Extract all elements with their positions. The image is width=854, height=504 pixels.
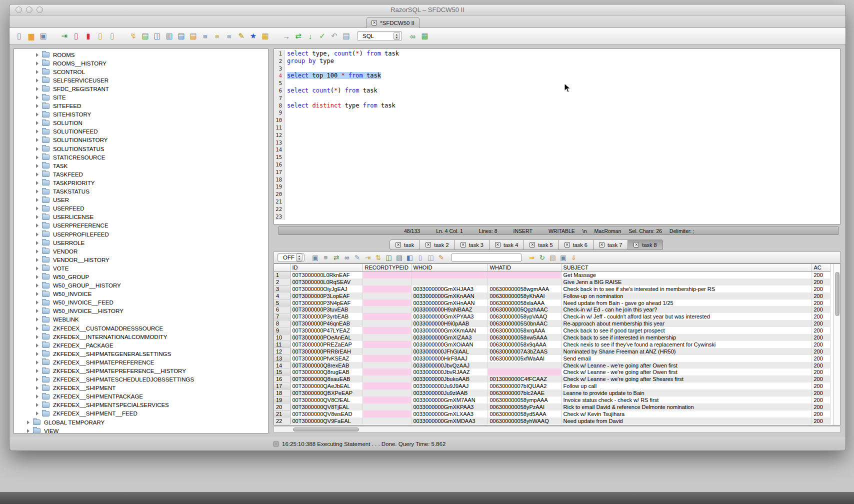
- disclosure-triangle-icon[interactable]: [36, 284, 38, 288]
- tree-item-staticresource[interactable]: STATICRESOURCE: [14, 153, 268, 162]
- result-tab-task[interactable]: ✕task: [390, 240, 420, 250]
- cell-recordtypeid[interactable]: [362, 313, 411, 320]
- tree-item-vendor-history[interactable]: VENDOR__HISTORY: [14, 256, 268, 264]
- tree-item-w50-invoice-history[interactable]: W50_INVOICE__HISTORY: [14, 307, 268, 316]
- disclosure-triangle-icon[interactable]: [36, 198, 38, 202]
- disclosure-triangle-icon[interactable]: [36, 62, 38, 66]
- cell-recordtypeid[interactable]: [362, 396, 411, 404]
- editor-line[interactable]: 22: [274, 206, 840, 213]
- tab-close-icon[interactable]: ✕: [426, 242, 431, 248]
- db-browser-icon[interactable]: ▥: [164, 31, 174, 42]
- tab-close-icon[interactable]: ✕: [460, 242, 466, 248]
- cell-subject[interactable]: Invoice status check - check w/ RS first: [561, 396, 812, 404]
- disclosure-triangle-icon[interactable]: [36, 130, 38, 134]
- tree-item-zkfedex-shipment[interactable]: ZKFEDEX__SHIPMENT: [14, 384, 268, 392]
- tree-item-zkfedex-internationalcommodity[interactable]: ZKFEDEX__INTERNATIONALCOMMODITY: [14, 332, 268, 341]
- disclosure-triangle-icon[interactable]: [36, 309, 38, 313]
- editor-line[interactable]: 19: [274, 183, 840, 190]
- cell-ac[interactable]: 200: [812, 278, 830, 286]
- cell-subject[interactable]: Check w/ Leanne - we're going after Owen…: [561, 362, 812, 369]
- format-lines-icon[interactable]: ≡: [224, 31, 234, 42]
- tree-item-taskpriority[interactable]: TASKPRIORITY: [14, 178, 268, 187]
- cell-whatid[interactable]: 006300000058ympAAA: [488, 396, 561, 404]
- editor-line[interactable]: 3: [274, 65, 840, 72]
- tree-item-rooms-history[interactable]: ROOMS__HISTORY: [14, 59, 268, 68]
- disclosure-triangle-icon[interactable]: [27, 420, 30, 424]
- tree-item-global-temporary[interactable]: GLOBAL TEMPORARY: [14, 418, 268, 426]
- sort-gold-icon[interactable]: ≡: [212, 31, 222, 42]
- editor-line[interactable]: 4select top 100 * from task: [274, 72, 840, 80]
- cell-subject[interactable]: Follow-up on nomination: [561, 292, 812, 300]
- tree-item-zkfedex-shipmategeneralsettings[interactable]: ZKFEDEX__SHIPMATEGENERALSETTINGS: [14, 350, 268, 358]
- sql-mode-select[interactable]: SQL ▴▾: [357, 31, 402, 41]
- cell-id[interactable]: 00T3000000P3N4pEAF: [290, 300, 362, 306]
- cell-whoid[interactable]: 0033000000GmXOiAAN: [411, 341, 488, 348]
- vscrollbar-thumb[interactable]: [835, 272, 840, 316]
- tree-item-sitehistory[interactable]: SITEHISTORY: [14, 110, 268, 119]
- cell-whatid[interactable]: 0013000000C4fFCAAZ: [488, 376, 561, 382]
- tree-item-zkfedex-shipmentpackage[interactable]: ZKFEDEX__SHIPMENTPACKAGE: [14, 392, 268, 401]
- disclosure-triangle-icon[interactable]: [36, 403, 38, 407]
- cell-whoid[interactable]: [411, 278, 488, 286]
- tree-item-site[interactable]: SITE: [14, 93, 268, 102]
- copy-file-icon[interactable]: ▮: [83, 31, 94, 42]
- disclosure-triangle-icon[interactable]: [36, 87, 38, 91]
- copy-rows-icon[interactable]: ▯: [416, 253, 425, 262]
- cell-ac[interactable]: 200: [812, 327, 830, 334]
- cell-whatid[interactable]: 006300000058wgmAAA: [488, 286, 561, 292]
- cell-recordtypeid[interactable]: [362, 334, 411, 341]
- tab-close-icon[interactable]: ✕: [396, 242, 401, 248]
- cell-whatid[interactable]: 006300000058yPzAAI: [488, 404, 561, 410]
- cell-recordtypeid[interactable]: [362, 376, 411, 382]
- refresh-green-icon[interactable]: ⇄: [332, 253, 341, 262]
- cell-whatid[interactable]: 006300000058yhWAAQ: [488, 418, 561, 424]
- cell-recordtypeid[interactable]: [362, 300, 411, 306]
- favorites-star-icon[interactable]: ★: [248, 31, 258, 42]
- result-tab-task-4[interactable]: ✕task 4: [490, 240, 524, 250]
- cell-whoid[interactable]: 0033000000JbukoAAB: [411, 376, 488, 382]
- save-icon[interactable]: ▣: [38, 31, 48, 42]
- cell-subject[interactable]: Leanne to provide update to Bain: [561, 390, 812, 396]
- tree-item-zkfedex-shipmatepreference[interactable]: ZKFEDEX__SHIPMATEPREFERENCE: [14, 358, 268, 366]
- cell-recordtypeid[interactable]: [362, 286, 411, 292]
- cell-subject[interactable]: Check w/ Leanne - we're going after Shea…: [561, 376, 812, 382]
- cell-whatid[interactable]: 006300000058xw5AAA: [488, 334, 561, 341]
- cell-whoid[interactable]: 0033000000GmXM7AAN: [411, 396, 488, 404]
- tree-item-w50-invoice[interactable]: W50_INVOICE: [14, 290, 268, 298]
- edit-pencil-icon[interactable]: ✎: [236, 31, 246, 42]
- cell-id[interactable]: 00T3000000QV9FaEAL: [290, 418, 362, 424]
- paste-rows-icon[interactable]: ◫: [426, 253, 436, 262]
- cell-id[interactable]: 00T3000000P46qnEAB: [290, 320, 362, 327]
- undo-icon[interactable]: ↶: [329, 31, 340, 42]
- cell-subject[interactable]: Nominated by Shane Freeman at ANZ (HR50): [561, 348, 812, 355]
- cell-whoid[interactable]: 0033000000GmXKmAAN: [411, 327, 488, 334]
- column-arrows-icon[interactable]: ⇥: [363, 253, 372, 262]
- tree-item-vendor[interactable]: VENDOR: [14, 247, 268, 256]
- editor-line[interactable]: 23: [274, 213, 840, 220]
- cell-id[interactable]: 00T3000000QV8CfEAL: [290, 396, 362, 404]
- cell-whoid[interactable]: 0033000000JbvQzAAJ: [411, 362, 488, 369]
- cell-whatid[interactable]: [488, 278, 561, 286]
- cell-id[interactable]: 00T3000000L0RknEAF: [290, 272, 362, 278]
- cell-subject[interactable]: Check w/ Leanne - we're going after Owen…: [561, 368, 812, 376]
- cell-whatid[interactable]: 00630000005xfWaAAI: [488, 355, 561, 362]
- tab-close-icon[interactable]: ✕: [530, 242, 535, 248]
- disclosure-triangle-icon[interactable]: [36, 156, 38, 160]
- results-search-input[interactable]: [452, 254, 522, 262]
- disclosure-triangle-icon[interactable]: [36, 104, 38, 108]
- cell-whoid[interactable]: [411, 272, 488, 278]
- table-view-icon[interactable]: ◧: [405, 253, 414, 262]
- disclosure-triangle-icon[interactable]: [36, 369, 38, 373]
- sort-updown-icon[interactable]: ⇅: [374, 253, 383, 262]
- tree-item-solutionstatus[interactable]: SOLUTIONSTATUS: [14, 144, 268, 153]
- cell-subject[interactable]: Check w/ Kevin Tsujihara: [561, 410, 812, 418]
- disclosure-triangle-icon[interactable]: [36, 300, 38, 304]
- cell-whatid[interactable]: 00630000005S0bnAAC: [488, 320, 561, 327]
- cell-whoid[interactable]: 0033000000GmXLXAA3: [411, 410, 488, 418]
- disclosure-triangle-icon[interactable]: [36, 138, 38, 142]
- cell-recordtypeid[interactable]: [362, 292, 411, 300]
- editor-line[interactable]: 11: [274, 124, 840, 132]
- tree-item-user[interactable]: USER: [14, 196, 268, 204]
- cell-whoid[interactable]: 0033000000HirF8AAJ: [411, 355, 488, 362]
- disclosure-triangle-icon[interactable]: [36, 386, 38, 390]
